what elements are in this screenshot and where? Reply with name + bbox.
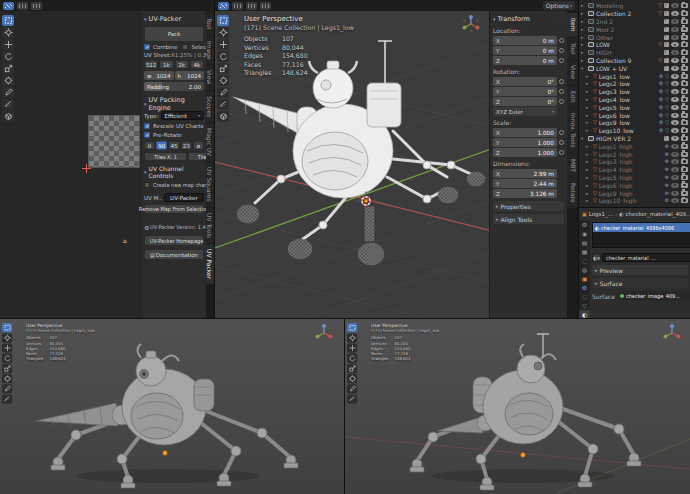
hide-eye-toggle[interactable] — [671, 136, 679, 141]
rotation-free-button[interactable]: ø — [193, 141, 204, 150]
align-tools-fold[interactable]: Align Tools — [493, 214, 564, 224]
hide-eye-toggle[interactable] — [671, 183, 679, 188]
rotation-90-button[interactable]: 90 — [156, 141, 167, 150]
pack-button[interactable]: Pack — [144, 26, 204, 42]
output-tab-icon[interactable]: ▤ — [579, 238, 590, 247]
measure-icon[interactable] — [217, 99, 229, 110]
exclude-checkbox[interactable] — [664, 19, 669, 24]
expand-caret[interactable] — [586, 191, 591, 196]
cursor-icon[interactable] — [347, 333, 357, 342]
remove-map-button[interactable]: Remove Map From Selection — [144, 204, 204, 214]
exclude-checkbox[interactable] — [664, 58, 669, 63]
outliner-row[interactable]: ▽Legs4_low⚙▽ — [579, 96, 690, 104]
tiles-x-field[interactable]: Tiles X: 1 — [144, 152, 187, 161]
modifiers-tab-icon[interactable]: ⚙ — [579, 283, 590, 292]
tab-tool[interactable]: Tool — [567, 38, 578, 60]
outliner-row[interactable]: HIGH — [579, 49, 690, 57]
physics-tab-icon[interactable]: ◌ — [579, 292, 590, 301]
hide-eye-toggle[interactable] — [671, 58, 679, 63]
combine-checkbox[interactable] — [144, 44, 150, 50]
render-camera-toggle[interactable] — [681, 113, 688, 118]
outliner-row[interactable]: ▽Legs4_high⚙ — [579, 166, 690, 174]
hide-eye-toggle[interactable] — [671, 144, 679, 149]
transform-icon[interactable] — [347, 374, 357, 383]
expand-caret[interactable] — [586, 81, 591, 86]
measure-icon[interactable] — [2, 99, 14, 110]
hide-eye-toggle[interactable] — [671, 74, 679, 79]
expand-caret[interactable] — [586, 128, 591, 133]
outliner-row[interactable]: ▽Legs3_high⚙ — [579, 158, 690, 166]
outliner-row[interactable]: LOW + UV — [579, 64, 690, 72]
size-1k-button[interactable]: 1k — [159, 60, 173, 69]
drag-handle-icon[interactable]: :: — [199, 16, 204, 22]
exclude-checkbox[interactable] — [664, 66, 669, 71]
viewport-snap-icon[interactable] — [246, 2, 257, 10]
hide-eye-toggle[interactable] — [671, 175, 679, 180]
render-camera-toggle[interactable] — [681, 74, 688, 79]
hide-eye-toggle[interactable] — [671, 113, 679, 118]
hide-eye-toggle[interactable] — [671, 159, 679, 164]
height-field[interactable]: h1024 — [175, 71, 205, 80]
outliner-row[interactable]: HIGH VER 2 — [579, 135, 690, 143]
transform-panel-header[interactable]: Transform:: — [493, 14, 564, 24]
scene-tab-icon[interactable]: ◌ — [579, 256, 590, 265]
surface-value-dropdown[interactable]: checker_image_409... — [617, 291, 690, 301]
outliner-row[interactable]: ▽Legs3_low⚙▽ — [579, 88, 690, 96]
hide-eye-toggle[interactable] — [671, 120, 679, 125]
viewport-proportional-icon[interactable] — [260, 2, 271, 10]
outliner-row[interactable]: ▽Legs2_high⚙ — [579, 150, 690, 158]
type-dropdown[interactable]: Efficient▾ — [161, 111, 205, 120]
new-image-icon[interactable] — [17, 2, 28, 10]
render-camera-toggle[interactable] — [681, 191, 688, 196]
channel-section-header[interactable]: UV Channel Controls — [144, 167, 204, 177]
hide-eye-toggle[interactable] — [671, 89, 679, 94]
tab-magic-uv[interactable]: Magic UV — [206, 123, 214, 161]
outliner-row[interactable]: LOW▽ — [579, 41, 690, 49]
expand-caret[interactable] — [581, 35, 586, 40]
expand-caret[interactable] — [586, 159, 591, 164]
viewport-editor-type-icon[interactable] — [218, 2, 229, 10]
hide-eye-toggle[interactable] — [671, 11, 679, 16]
hide-eye-toggle[interactable] — [671, 42, 679, 47]
hide-eye-toggle[interactable] — [671, 152, 679, 157]
outliner-row[interactable]: ▽Legs6_high⚙ — [579, 181, 690, 189]
hide-eye-toggle[interactable] — [671, 198, 679, 203]
exclude-checkbox[interactable] — [664, 50, 669, 55]
exclude-checkbox[interactable] — [664, 3, 669, 8]
size-4k-button[interactable]: 4k — [190, 60, 204, 69]
outliner-row[interactable]: ▽Legs10_low⚙▽ — [579, 127, 690, 135]
hide-eye-toggle[interactable] — [671, 35, 679, 40]
expand-caret[interactable] — [581, 19, 586, 24]
cursor-icon[interactable] — [2, 27, 14, 38]
outliner-row[interactable]: ▽Legs6_low⚙▽ — [579, 111, 690, 119]
material-tab-icon[interactable]: ◐ — [579, 310, 590, 318]
uv-packer-panel-header[interactable]: UV-Packer:: — [144, 14, 204, 24]
rotation-x-field[interactable]: X0° — [493, 77, 557, 86]
navigation-gizmo[interactable] — [461, 14, 481, 34]
render-camera-toggle[interactable] — [681, 128, 688, 133]
dim-z-field[interactable]: Z3.126 m — [493, 189, 557, 198]
viewport-mode-icon[interactable] — [232, 2, 243, 10]
outliner-row[interactable]: Collection 2▽ — [579, 10, 690, 18]
scale-icon[interactable] — [347, 364, 357, 373]
expand-caret[interactable] — [581, 136, 586, 141]
outliner-row[interactable]: ▽Legs9_high⚙ — [579, 189, 690, 197]
expand-caret[interactable] — [581, 3, 586, 8]
animate-dot-icon[interactable] — [559, 89, 564, 94]
box-select-icon[interactable] — [347, 323, 357, 332]
checker-texture-preview[interactable] — [88, 115, 140, 168]
hide-eye-toggle[interactable] — [671, 66, 679, 71]
hide-eye-toggle[interactable] — [671, 81, 679, 86]
expand-caret[interactable] — [586, 198, 591, 203]
size-512-button[interactable]: 512 — [144, 60, 158, 69]
render-camera-toggle[interactable] — [681, 152, 688, 157]
engine-section-header[interactable]: UV Packing Engine — [144, 99, 204, 109]
image-editor-type-icon[interactable] — [3, 2, 14, 10]
scale-icon[interactable] — [217, 63, 229, 74]
world-tab-icon[interactable]: ◍ — [579, 265, 590, 274]
tab-mbt[interactable]: MBT — [567, 154, 578, 177]
uv-map-name-field[interactable]: UV-Packer — [164, 193, 204, 202]
expand-caret[interactable] — [581, 42, 586, 47]
location-x-field[interactable]: X0 m — [493, 36, 557, 45]
expand-caret[interactable] — [586, 113, 591, 118]
